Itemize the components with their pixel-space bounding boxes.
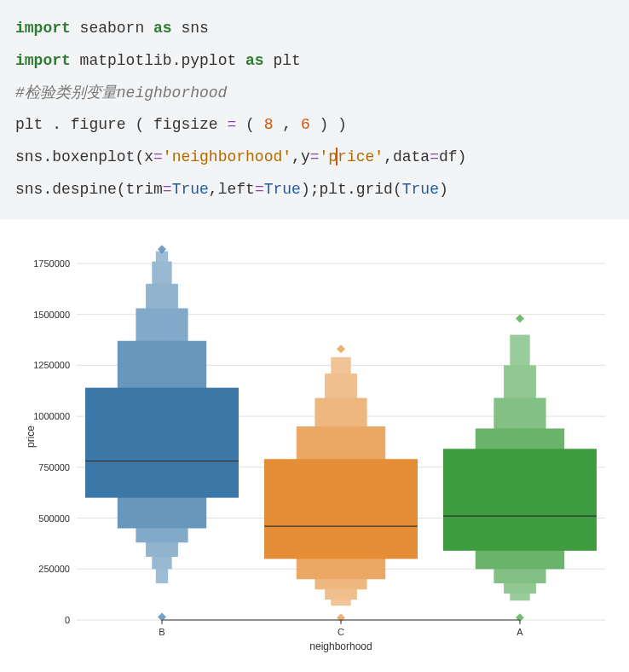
svg-text:1500000: 1500000 [33, 309, 70, 319]
svg-text:B: B [159, 627, 164, 637]
y-tick-labels: 0250000500000750000100000012500001500000… [33, 258, 70, 625]
svg-text:C: C [338, 627, 344, 637]
code-block: import seaborn as sns import matplotlib.… [0, 0, 629, 219]
svg-marker-24 [337, 345, 345, 353]
code-line-3: #检验类别变量neighborhood [15, 84, 227, 101]
svg-rect-21 [264, 459, 418, 559]
svg-text:1750000: 1750000 [33, 258, 70, 269]
chart-output: 0250000500000750000100000012500001500000… [0, 219, 629, 671]
code-line-6: sns.despine(trim=True,left=True);plt.gri… [15, 181, 448, 198]
y-axis-label: price [25, 425, 37, 447]
svg-text:500000: 500000 [38, 513, 70, 523]
svg-text:1250000: 1250000 [33, 360, 70, 370]
chart-boxes [85, 245, 597, 622]
code-line-1: import seaborn as sns [15, 20, 209, 37]
x-axis-label: neighborhood [309, 640, 372, 652]
code-line-5: sns.boxenplot(x='neighborhood',y='price'… [15, 148, 466, 165]
code-line-2: import matplotlib.pyplot as plt [15, 52, 301, 69]
boxen-plot: 0250000500000750000100000012500001500000… [17, 245, 614, 654]
svg-text:250000: 250000 [38, 564, 70, 574]
svg-text:1000000: 1000000 [33, 411, 70, 421]
svg-text:A: A [516, 627, 523, 637]
x-tick-labels: BCA [159, 620, 523, 637]
svg-text:750000: 750000 [38, 462, 70, 472]
svg-text:0: 0 [65, 615, 70, 625]
svg-rect-29 [443, 449, 597, 550]
svg-marker-32 [516, 314, 524, 322]
code-line-4: plt . figure ( figsize = ( 8 , 6 ) ) [15, 116, 347, 133]
svg-rect-13 [85, 387, 239, 497]
